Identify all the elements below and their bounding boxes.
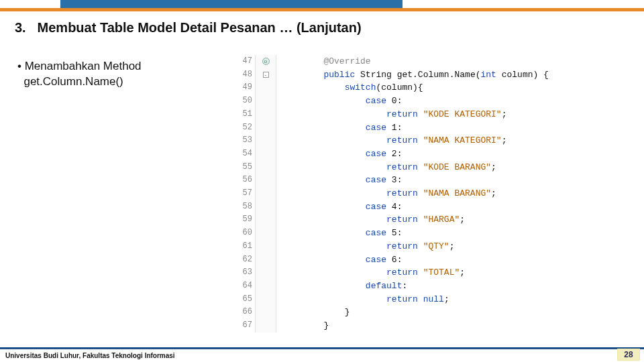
code-line: 48- public String get.Column.Name(int co… [236, 68, 635, 82]
code-text: case 2: [276, 147, 402, 161]
code-line: 58 case 4: [236, 200, 635, 214]
code-line: 56 case 3: [236, 174, 635, 187]
heading-text: Membuat Table Model Detail Pesanan … (La… [38, 20, 362, 35]
line-number: 55 [236, 161, 255, 174]
code-line: 62 case 6: [236, 253, 635, 267]
gutter [255, 200, 276, 214]
slide-heading: 3. Membuat Table Model Detail Pesanan … … [15, 20, 362, 36]
code-text: case 6: [276, 253, 402, 267]
code-line: 67 } [236, 319, 635, 333]
gutter [255, 121, 276, 135]
line-number: 59 [236, 213, 255, 227]
line-number: 61 [236, 240, 255, 253]
code-line: 49 switch(column){ [236, 81, 635, 95]
code-text: } [276, 306, 350, 319]
gutter [255, 134, 276, 147]
code-line: 55 return "KODE BARANG"; [236, 161, 635, 174]
gutter [255, 240, 276, 253]
gutter [255, 95, 276, 108]
gutter [255, 161, 276, 174]
gutter: - [255, 68, 276, 82]
line-number: 64 [236, 280, 255, 293]
line-number: 54 [236, 147, 255, 161]
gutter [255, 174, 276, 187]
code-line: 63 return "TOTAL"; [236, 266, 635, 280]
code-text: switch(column){ [276, 81, 423, 95]
gutter [255, 108, 276, 121]
code-line: 54 case 2: [236, 147, 635, 161]
line-number: 53 [236, 134, 255, 147]
code-line: 53 return "NAMA KATEGORI"; [236, 134, 635, 147]
code-text: return "TOTAL"; [276, 266, 465, 280]
footer-text: Universitas Budi Luhur, Fakultas Teknolo… [0, 352, 644, 359]
code-text: return "KODE BARANG"; [276, 161, 496, 174]
line-number: 65 [236, 293, 255, 306]
line-number: 50 [236, 95, 255, 108]
code-line: 59 return "HARGA"; [236, 213, 635, 227]
gutter [255, 227, 276, 240]
code-line: 65 return null; [236, 293, 635, 306]
footer-bar: Universitas Budi Luhur, Fakultas Teknolo… [0, 347, 644, 362]
line-number: 52 [236, 121, 255, 135]
code-text: return "NAMA BARANG"; [276, 187, 496, 200]
code-line: 66 } [236, 306, 635, 319]
bullet-line2: get.Column.Name() [23, 75, 123, 88]
line-number: 48 [236, 68, 255, 82]
line-number: 66 [236, 306, 255, 319]
line-number: 51 [236, 108, 255, 121]
code-screenshot: 47o @Override48- public String get.Colum… [236, 55, 635, 333]
code-line: 57 return "NAMA BARANG"; [236, 187, 635, 200]
line-number: 56 [236, 174, 255, 187]
gutter [255, 293, 276, 306]
heading-number: 3. [15, 20, 34, 36]
accent-bar-orange [0, 8, 644, 11]
code-line: 52 case 1: [236, 121, 635, 135]
bullet-line1: Menambahkan Method [25, 60, 142, 72]
code-line: 61 return "QTY"; [236, 240, 635, 253]
gutter [255, 147, 276, 161]
code-text: case 1: [276, 121, 402, 135]
gutter [255, 319, 276, 333]
code-text: case 3: [276, 174, 402, 187]
line-number: 58 [236, 200, 255, 214]
code-text: public String get.Column.Name(int column… [276, 68, 549, 82]
code-text: return "NAMA KATEGORI"; [276, 134, 507, 147]
code-text: } [276, 319, 329, 333]
gutter: o [255, 55, 276, 68]
code-text: case 5: [276, 227, 402, 240]
bullet-item: • Menambahkan Method get.Column.Name() [17, 59, 219, 90]
gutter [255, 306, 276, 319]
line-number: 47 [236, 55, 255, 68]
accent-bar-blue [60, 0, 402, 8]
gutter [255, 81, 276, 95]
code-line: 60 case 5: [236, 227, 635, 240]
fold-toggle-icon[interactable]: - [263, 72, 269, 78]
gutter [255, 213, 276, 227]
gutter [255, 187, 276, 200]
code-line: 47o @Override [236, 55, 635, 68]
line-number: 63 [236, 266, 255, 280]
line-number: 67 [236, 319, 255, 333]
code-text: return "HARGA"; [276, 213, 465, 227]
code-line: 50 case 0: [236, 95, 635, 108]
line-number: 62 [236, 253, 255, 267]
override-hint-icon: o [262, 58, 270, 65]
code-text: return null; [276, 293, 449, 306]
code-text: return "QTY"; [276, 240, 454, 253]
code-text: @Override [276, 55, 371, 68]
code-line: 51 return "KODE KATEGORI"; [236, 108, 635, 121]
line-number: 49 [236, 81, 255, 95]
gutter [255, 266, 276, 280]
code-text: case 0: [276, 95, 402, 108]
gutter [255, 280, 276, 293]
gutter [255, 253, 276, 267]
code-text: return "KODE KATEGORI"; [276, 108, 507, 121]
line-number: 60 [236, 227, 255, 240]
line-number: 57 [236, 187, 255, 200]
code-text: case 4: [276, 200, 402, 214]
code-text: default: [276, 280, 407, 293]
code-line: 64 default: [236, 280, 635, 293]
page-number-badge: 28 [617, 349, 640, 361]
